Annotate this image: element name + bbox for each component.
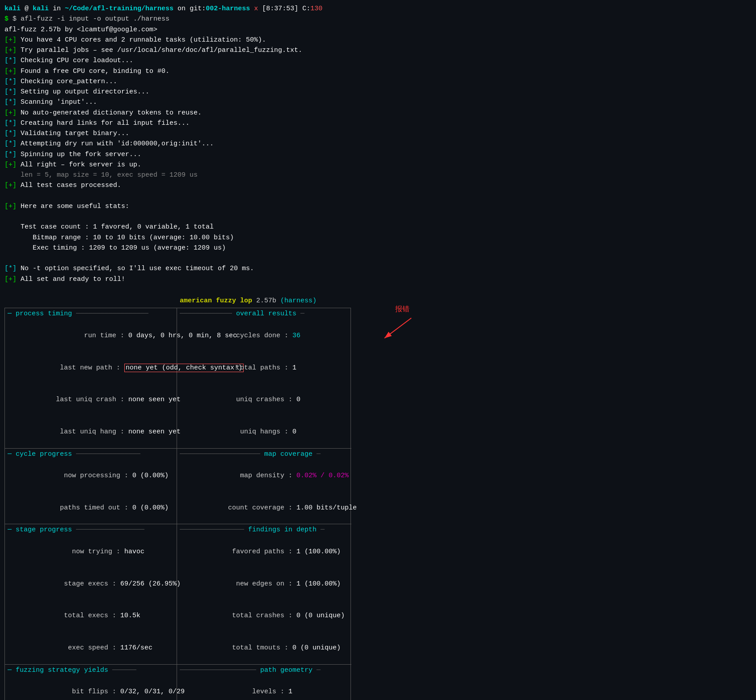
prompt-line: kali @ kali in ~/Code/afl-training/harne…: [4, 4, 752, 14]
afl-title-prefix: american fuzzy lop 2.57b (harness): [39, 296, 317, 306]
prompt-host: kali: [33, 5, 49, 13]
output-line-4: [*] Checking CPU core loadout...: [4, 55, 752, 66]
last-uniq-hang-row: last uniq hang : none seen yet: [5, 416, 177, 448]
exec-speed-row: exec speed : 1176/sec: [5, 632, 177, 664]
prompt-path: ~/Code/afl-training/harness: [65, 5, 173, 13]
path-geometry-section: ─────────────────── path geometry ─ leve…: [177, 665, 351, 700]
total-execs-row: total execs : 10.5k: [5, 600, 177, 632]
svg-line-1: [384, 318, 411, 338]
uniq-crashes-row: uniq crashes : 0: [177, 384, 351, 416]
prompt-at: @: [21, 5, 33, 13]
output-line-7: [*] Setting up output directories...: [4, 87, 752, 97]
prompt-user: kali: [4, 5, 21, 13]
total-paths-row: total paths : 1: [177, 352, 351, 384]
map-density-row: map density : 0.02% / 0.02%: [177, 460, 351, 492]
blank-2: [4, 212, 752, 222]
map-coverage-section: ──────────────────── map coverage ─ map …: [177, 449, 351, 525]
levels-row: levels : 1: [177, 676, 351, 700]
output-line-21: [*] No -t option specified, so I'll use …: [4, 263, 752, 274]
stage-progress-header: ─ stage progress ─────────────────: [5, 524, 177, 535]
command-line: $ $ afl-fuzz -i input -o output ./harnes…: [4, 14, 752, 24]
blank-4: [4, 284, 752, 295]
dashboard-grid: ─ process timing ────────────────── run …: [4, 308, 351, 700]
output-line-8: [*] Scanning 'input'...: [4, 97, 752, 107]
prompt-in: in: [49, 5, 65, 13]
output-line-10: [*] Creating hard links for all input fi…: [4, 118, 752, 128]
bit-flips-row: bit flips : 0/32, 0/31, 0/29: [5, 676, 177, 700]
git-branch: 002-harness: [206, 5, 250, 13]
output-line-18: Test case count : 1 favored, 0 variable,…: [4, 222, 752, 232]
output-line-17: [+] Here are some useful stats:: [4, 201, 752, 212]
last-new-path-row: last new path : none yet (odd, check syn…: [5, 352, 177, 384]
count-coverage-row: count coverage : 1.00 bits/tuple: [177, 492, 351, 524]
run-time-row: run time : 0 days, 0 hrs, 0 min, 8 sec: [5, 320, 177, 352]
process-timing-header: ─ process timing ──────────────────: [5, 308, 177, 319]
cycle-progress-header: ─ cycle progress ────────────────: [5, 449, 177, 460]
blank-1: [4, 191, 752, 201]
cycles-done-row: cycles done : 36: [177, 320, 351, 352]
output-line-22: [+] All set and ready to roll!: [4, 274, 752, 284]
annotation-container: 报错: [376, 304, 429, 343]
exit-code: 130: [310, 5, 322, 13]
now-trying-row: now trying : havoc: [5, 536, 177, 568]
path-geometry-header: ─────────────────── path geometry ─: [177, 665, 351, 676]
output-line-6: [*] Checking core_pattern...: [4, 76, 752, 87]
process-timing-section: ─ process timing ────────────────── run …: [5, 308, 177, 448]
output-line-9: [+] No auto-generated dictionary tokens …: [4, 108, 752, 118]
right-column: ───────────── overall results ─ cycles d…: [177, 308, 351, 700]
output-line-2: [+] You have 4 CPU cores and 2 runnable …: [4, 35, 752, 45]
terminal: kali @ kali in ~/Code/afl-training/harne…: [0, 0, 756, 700]
paths-timed-out-row: paths timed out : 0 (0.00%): [5, 492, 177, 524]
output-line-3: [+] Try parallel jobs – see /usr/local/s…: [4, 45, 752, 55]
output-line-20: Exec timing : 1209 to 1209 us (average: …: [4, 243, 752, 253]
blank-3: [4, 253, 752, 263]
findings-header: ──────────────── findings in depth ─: [177, 524, 351, 535]
findings-section: ──────────────── findings in depth ─ fav…: [177, 524, 351, 664]
output-line-19: Bitmap range : 10 to 10 bits (average: 1…: [4, 233, 752, 243]
afl-dashboard: american fuzzy lop 2.57b (harness) 报错: [4, 295, 351, 700]
overall-results-header: ───────────── overall results ─: [177, 308, 351, 319]
uniq-hangs-row: uniq hangs : 0: [177, 416, 351, 448]
map-coverage-header: ──────────────────── map coverage ─: [177, 449, 351, 460]
cycle-progress-section: ─ cycle progress ──────────────── now pr…: [5, 449, 177, 525]
fuzzing-strategy-header: ─ fuzzing strategy yields ──────: [5, 665, 177, 676]
annotation-text: 报错: [376, 304, 429, 315]
output-line-12: [*] Attempting dry run with 'id:000000,o…: [4, 139, 752, 149]
fuzzing-strategy-section: ─ fuzzing strategy yields ────── bit fli…: [5, 665, 177, 700]
now-processing-row: now processing : 0 (0.00%): [5, 460, 177, 492]
last-uniq-crash-row: last uniq crash : none seen yet: [5, 384, 177, 416]
output-line-14: [+] All right – fork server is up.: [4, 160, 752, 170]
output-line-11: [*] Validating target binary...: [4, 128, 752, 139]
favored-paths-row: favored paths : 1 (100.00%): [177, 536, 351, 568]
new-edges-row: new edges on : 1 (100.00%): [177, 568, 351, 600]
total-crashes-row: total crashes : 0 (0 unique): [177, 600, 351, 632]
afl-title-row: american fuzzy lop 2.57b (harness): [4, 295, 351, 308]
output-line-15: len = 5, map size = 10, exec speed = 120…: [4, 170, 752, 180]
output-line-1: afl-fuzz 2.57b by <lcamtuf@google.com>: [4, 25, 752, 35]
stage-execs-row: stage execs : 69/256 (26.95%): [5, 568, 177, 600]
output-line-13: [*] Spinning up the fork server...: [4, 149, 752, 160]
output-line-5: [+] Found a free CPU core, binding to #0…: [4, 66, 752, 76]
stage-progress-section: ─ stage progress ───────────────── now t…: [5, 524, 177, 664]
left-column: ─ process timing ────────────────── run …: [5, 308, 177, 700]
output-line-16: [+] All test cases processed.: [4, 180, 752, 191]
total-tmouts-row: total tmouts : 0 (0 unique): [177, 632, 351, 664]
overall-results-section: ───────────── overall results ─ cycles d…: [177, 308, 351, 448]
annotation-arrow: [376, 316, 429, 343]
